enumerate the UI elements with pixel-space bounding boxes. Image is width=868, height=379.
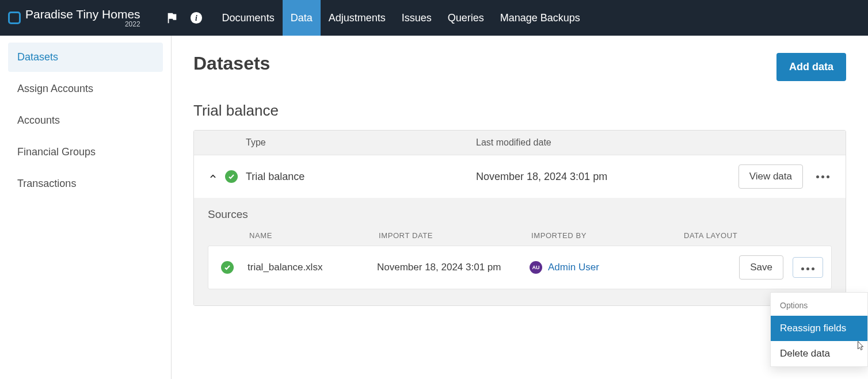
sources-header: NAME IMPORT DATE IMPORTED BY DATA LAYOUT bbox=[208, 228, 832, 246]
dropdown-item-reassign-fields[interactable]: Reassign fields bbox=[771, 316, 867, 341]
options-dropdown: Options Reassign fields Delete data bbox=[770, 292, 868, 367]
sources-panel: Sources NAME IMPORT DATE IMPORTED BY DAT… bbox=[194, 198, 846, 305]
source-name: trial_balance.xlsx bbox=[248, 262, 377, 273]
nav-tab-data[interactable]: Data bbox=[283, 0, 321, 36]
brand-title: Paradise Tiny Homes bbox=[25, 8, 140, 21]
flag-icon[interactable] bbox=[166, 12, 178, 24]
svg-text:i: i bbox=[195, 14, 197, 22]
section-title: Trial balance bbox=[193, 102, 846, 120]
sources-col-name: NAME bbox=[249, 231, 379, 240]
view-data-button[interactable]: View data bbox=[738, 164, 803, 189]
dropdown-title: Options bbox=[771, 293, 867, 316]
table-header: Type Last modified date bbox=[194, 131, 846, 155]
sources-title: Sources bbox=[208, 208, 832, 221]
column-type: Type bbox=[246, 137, 476, 148]
sidebar-item-assign-accounts[interactable]: Assign Accounts bbox=[8, 74, 163, 104]
sidebar-item-datasets[interactable]: Datasets bbox=[8, 43, 163, 72]
sidebar-item-financial-groups[interactable]: Financial Groups bbox=[8, 137, 163, 167]
nav-tab-adjustments[interactable]: Adjustments bbox=[321, 0, 394, 36]
sources-col-imported-by: IMPORTED BY bbox=[531, 231, 684, 240]
page-header: Datasets Add data bbox=[193, 53, 846, 81]
brand-text: Paradise Tiny Homes 2022 bbox=[25, 8, 140, 28]
sidebar: Datasets Assign Accounts Accounts Financ… bbox=[0, 36, 172, 379]
chevron-up-icon[interactable] bbox=[209, 173, 217, 181]
top-nav: Paradise Tiny Homes 2022 i Documents Dat… bbox=[0, 0, 868, 36]
nav-tab-documents[interactable]: Documents bbox=[214, 0, 283, 36]
sources-col-data-layout: DATA LAYOUT bbox=[684, 231, 832, 240]
more-icon bbox=[816, 175, 829, 178]
nav-tabs: Documents Data Adjustments Issues Querie… bbox=[214, 0, 588, 36]
info-icon[interactable]: i bbox=[190, 12, 203, 24]
source-row: trial_balance.xlsx November 18, 2024 3:0… bbox=[208, 246, 832, 289]
row-more-button[interactable] bbox=[813, 167, 832, 186]
sidebar-item-accounts[interactable]: Accounts bbox=[8, 106, 163, 135]
nav-icons: i bbox=[149, 12, 214, 24]
dropdown-item-delete-data[interactable]: Delete data bbox=[771, 341, 867, 366]
brand-year: 2022 bbox=[125, 21, 140, 28]
more-icon bbox=[801, 267, 814, 270]
row-date: November 18, 2024 3:01 pm bbox=[476, 171, 719, 183]
page-title: Datasets bbox=[193, 53, 270, 74]
table-row: Trial balance November 18, 2024 3:01 pm … bbox=[194, 155, 846, 198]
nav-tab-manage-backups[interactable]: Manage Backups bbox=[492, 0, 588, 36]
sidebar-item-transactions[interactable]: Transactions bbox=[8, 169, 163, 198]
sources-col-import-date: IMPORT DATE bbox=[379, 231, 531, 240]
add-data-button[interactable]: Add data bbox=[776, 53, 846, 81]
source-import-date: November 18, 2024 3:01 pm bbox=[377, 262, 530, 273]
nav-tab-queries[interactable]: Queries bbox=[440, 0, 492, 36]
nav-tab-issues[interactable]: Issues bbox=[394, 0, 440, 36]
source-more-button[interactable] bbox=[793, 257, 823, 278]
status-success-icon bbox=[221, 261, 234, 274]
brand-logo-icon bbox=[8, 12, 21, 24]
column-date: Last modified date bbox=[476, 137, 719, 148]
brand[interactable]: Paradise Tiny Homes 2022 bbox=[0, 8, 149, 28]
main-content: Datasets Add data Trial balance Type Las… bbox=[172, 36, 868, 379]
row-type: Trial balance bbox=[246, 171, 476, 183]
imported-by-user[interactable]: Admin User bbox=[548, 262, 599, 273]
status-success-icon bbox=[225, 170, 238, 183]
save-button[interactable]: Save bbox=[739, 255, 783, 280]
avatar: AU bbox=[530, 261, 542, 274]
dataset-table: Type Last modified date Trial balance No… bbox=[193, 130, 846, 306]
